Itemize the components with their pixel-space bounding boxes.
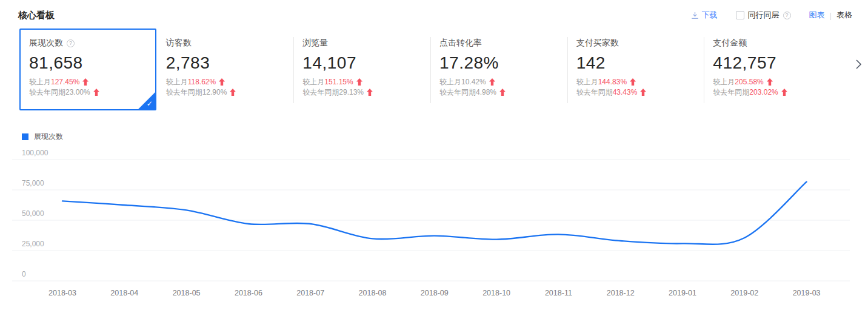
help-icon[interactable]: ? [783,12,791,19]
metric-card-payment[interactable]: 支付金额 412,757 较上月205.58% 较去年同期203.02% ✓ [703,29,840,110]
x-tick-label: 2018-03 [48,289,76,297]
header: 核心看板 下载 同行同层 ? 图表 | 表格 [0,0,868,23]
card-label: 支付买家数 [576,38,619,49]
metric-card-pageviews[interactable]: 浏览量 14,107 较上月151.15% 较去年同期29.13% ✓ [293,29,430,110]
card-label: 点击转化率 [439,38,482,49]
metric-card-ctr[interactable]: 点击转化率 17.28% 较上月10.42% 较去年同期4.98% ✓ [430,29,567,110]
download-label: 下载 [702,10,718,21]
yoy-value: 23.00% [65,87,90,97]
mom-value: 10.42% [461,77,486,87]
yoy-value: 203.02% [749,87,778,97]
up-arrow-icon [219,78,225,86]
legend-label: 展现次数 [34,132,63,142]
up-arrow-icon [230,89,236,96]
yoy-value: 12.90% [202,87,227,97]
yoy-label: 较去年同期 [166,87,202,97]
card-label: 展现次数 [29,38,63,49]
metric-cards-row: 展现次数 ? 81,658 较上月127.45% 较去年同期23.00% ✓ 访… [19,29,840,110]
chart-legend[interactable]: 展现次数 [22,132,63,142]
carousel-next-button[interactable] [852,57,864,72]
view-toggle-separator: | [830,11,832,20]
mom-value: 127.45% [51,77,79,87]
up-arrow-icon [767,78,773,86]
peer-compare-label: 同行同层 [748,10,780,21]
peer-compare-control: 同行同层 ? [736,10,791,21]
selected-check-icon: ✓ [138,92,156,110]
mom-label: 较上月 [166,77,188,87]
metric-card-buyers[interactable]: 支付买家数 142 较上月144.83% 较去年同期43.43% ✓ [567,29,704,110]
help-icon[interactable]: ? [67,39,75,47]
x-tick-label: 2018-09 [421,289,449,297]
mom-value: 118.62% [188,77,216,87]
card-value: 81,658 [29,53,149,73]
yoy-label: 较去年同期 [576,87,613,97]
yoy-label: 较去年同期 [302,87,339,97]
mom-label: 较上月 [439,77,461,87]
x-tick-label: 2018-05 [173,289,201,297]
trend-chart: 025,00050,00075,000100,0002018-032018-04… [0,146,868,305]
mom-value: 151.15% [324,77,353,87]
card-value: 412,757 [713,53,833,73]
up-arrow-icon [781,89,787,96]
metric-card-impressions[interactable]: 展现次数 ? 81,658 较上月127.45% 较去年同期23.00% ✓ [19,29,156,110]
card-label: 访客数 [166,38,192,49]
card-value: 142 [576,53,696,73]
peer-compare-checkbox[interactable] [736,11,744,19]
mom-label: 较上月 [29,77,51,87]
y-tick-label: 25,000 [22,240,44,248]
up-arrow-icon [489,78,495,86]
header-controls: 下载 同行同层 ? 图表 | 表格 [691,10,852,21]
mom-value: 144.83% [598,77,627,87]
view-toggle-chart[interactable]: 图表 [809,10,825,21]
y-tick-label: 100,000 [22,149,48,157]
view-toggle-table[interactable]: 表格 [836,10,852,21]
x-tick-label: 2019-02 [730,289,758,297]
y-tick-label: 50,000 [22,209,44,218]
yoy-label: 较去年同期 [439,87,476,97]
x-tick-label: 2018-08 [359,289,387,297]
mom-value: 205.58% [735,77,763,87]
x-tick-label: 2018-10 [482,289,510,297]
up-arrow-icon [640,89,646,96]
trend-line [62,182,807,244]
up-arrow-icon [630,78,636,86]
download-button[interactable]: 下载 [691,10,718,21]
view-toggle: 图表 | 表格 [809,10,852,21]
x-tick-label: 2018-12 [607,289,635,297]
download-icon [691,12,699,19]
card-value: 17.28% [439,53,559,73]
x-tick-label: 2019-01 [669,289,696,297]
mom-label: 较上月 [713,77,735,87]
y-tick-label: 0 [22,270,26,278]
page-title: 核心看板 [18,10,55,21]
up-arrow-icon [93,89,99,96]
yoy-label: 较去年同期 [29,87,65,97]
up-arrow-icon [499,89,506,96]
x-tick-label: 2018-06 [235,289,262,297]
yoy-value: 4.98% [476,87,496,97]
card-value: 14,107 [302,53,422,73]
x-tick-label: 2018-04 [110,289,138,297]
yoy-value: 29.13% [339,87,364,97]
x-tick-label: 2018-11 [545,289,572,297]
card-label: 支付金额 [713,38,747,49]
metric-card-visitors[interactable]: 访客数 2,783 较上月118.62% 较去年同期12.90% ✓ [156,29,293,110]
up-arrow-icon [82,78,88,86]
legend-swatch-icon [22,133,28,140]
up-arrow-icon [367,89,373,96]
mom-label: 较上月 [302,77,324,87]
card-value: 2,783 [166,53,286,73]
x-tick-label: 2019-03 [793,289,821,297]
yoy-value: 43.43% [613,87,638,97]
y-tick-label: 75,000 [22,179,44,187]
x-tick-label: 2018-07 [296,289,324,297]
up-arrow-icon [356,78,362,86]
trend-chart-svg[interactable]: 025,00050,00075,000100,0002018-032018-04… [0,146,868,305]
card-label: 浏览量 [302,38,328,49]
yoy-label: 较去年同期 [713,87,749,97]
mom-label: 较上月 [576,77,598,87]
chevron-right-icon [855,59,862,70]
